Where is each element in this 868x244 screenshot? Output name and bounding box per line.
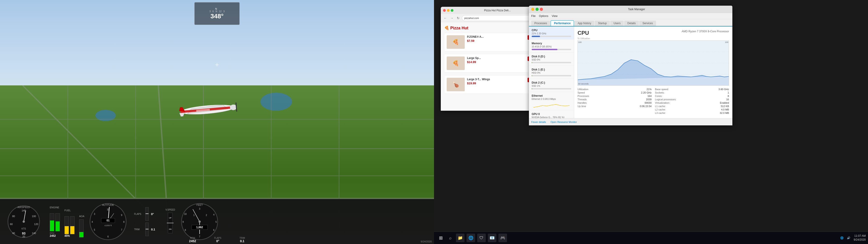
svg-text:4: 4 xyxy=(92,221,93,223)
sidebar-item-disk2[interactable]: Disk 2 (C:) SSD 1% xyxy=(529,79,574,92)
pizza-price-2: $14.99 xyxy=(467,60,525,64)
sidebar-item-ethernet[interactable]: Ethernet Ethernet 2 0.0/8.0 Mbps xyxy=(529,92,574,110)
disk0-sidebar-label: Disk 0 (D:) xyxy=(532,55,571,58)
svg-text:01: 01 xyxy=(107,219,110,222)
sidebar-item-disk0[interactable]: Disk 0 (D:) SSD 0% xyxy=(529,53,574,66)
sidebar-item-cpu[interactable]: CPU 21% 2.20 GHz xyxy=(529,26,574,39)
start-button[interactable]: ⊞ xyxy=(436,233,445,242)
browser-window[interactable]: Pizza Hut Pizza Deli... ← → ↻ pizzahut.c… xyxy=(441,7,542,111)
svg-text:7: 7 xyxy=(121,228,122,231)
open-resource-monitor-link[interactable]: Open Resource Monitor xyxy=(550,121,577,123)
fuel-label: FUEL xyxy=(64,209,74,212)
tm-titlebar: Task Manager xyxy=(529,6,733,13)
task-manager-window[interactable]: Task Manager File Options View Processes… xyxy=(529,6,733,125)
tab-users[interactable]: Users xyxy=(610,21,624,26)
forward-btn[interactable]: → xyxy=(449,16,455,20)
chart-time-label: 60 seconds xyxy=(578,83,589,85)
utilization-label: % Utilization xyxy=(578,37,729,40)
tab-processes[interactable]: Processes xyxy=(531,21,550,26)
pizza-img-1: 🍕 xyxy=(447,35,465,49)
tab-services[interactable]: Services xyxy=(639,21,656,26)
pizza-item-3: 🍗 Large 3-T... Wings $19.99 Add xyxy=(444,75,539,94)
stats-right: Base speed: 3.60 GHz Sockets: 1 Cores: 8 xyxy=(655,88,729,115)
svg-text:UP: UP xyxy=(169,217,172,219)
sim-date: 9/24/2020 xyxy=(421,240,432,243)
tm-close-btn[interactable] xyxy=(540,8,543,11)
browser-title: Pizza Hut Pizza Deli... xyxy=(455,9,540,12)
cpu-sidebar-label: CPU xyxy=(532,29,571,32)
tm-min-btn[interactable] xyxy=(531,8,534,11)
trim-value: 0.1 xyxy=(151,228,159,231)
taskbar-icon-game[interactable]: 🎮 xyxy=(498,234,507,242)
bottom-trim: 0.1 xyxy=(239,239,245,243)
svg-point-29 xyxy=(23,220,25,223)
taskbar-icon-email[interactable]: 📧 xyxy=(488,234,496,242)
tab-app-history[interactable]: App history xyxy=(575,21,594,26)
mem-sidebar-label: Memory xyxy=(532,42,571,45)
vspeed-value: UP DN xyxy=(164,212,176,235)
svg-text:120: 120 xyxy=(34,223,38,225)
bottom-rpm: 2452 xyxy=(189,239,196,243)
vspeed-label: V.SPEED xyxy=(165,209,175,211)
browser-content: 🍕 Pizza Hut 🍕 P.ZONE® A... $7.59 Add 🍕 L… xyxy=(441,22,542,111)
pizza-hut-logo: 🍕 Pizza Hut xyxy=(444,26,539,30)
eth-mini-chart xyxy=(532,101,571,108)
browser-max-btn[interactable] xyxy=(451,9,454,12)
eth-sidebar-sub: Ethernet 2 0.0/8.0 Mbps xyxy=(532,98,571,100)
compass-ticks: N xyxy=(214,7,220,10)
airspeed-label: AIRSPEED xyxy=(18,206,30,209)
stat-logical-procs: Logical processors: 16 xyxy=(655,98,729,101)
svg-marker-69 xyxy=(578,60,729,85)
compass-scale: 36N123 xyxy=(209,10,224,13)
engine-label: ENGINE xyxy=(50,206,60,209)
tab-details[interactable]: Details xyxy=(624,21,639,26)
search-button[interactable]: ⌕ xyxy=(446,234,454,242)
svg-text:10: 10 xyxy=(184,213,187,215)
sidebar-item-disk1[interactable]: Disk 1 (E:) HDD 0% xyxy=(529,66,574,79)
tm-sidebar: CPU 21% 2.20 GHz Memory 10.4/16.0 GB (65… xyxy=(529,26,574,125)
mem-bar-fill xyxy=(532,49,557,50)
fuel-value: 45% xyxy=(64,234,74,238)
tm-menu-options[interactable]: Options xyxy=(539,14,548,18)
fewer-details-link[interactable]: Fewer details xyxy=(531,121,546,123)
disk0-sidebar-sub: SSD 0% xyxy=(532,59,571,61)
tab-startup[interactable]: Startup xyxy=(595,21,610,26)
taskbar-icon-browser[interactable]: 🌐 xyxy=(467,234,475,242)
stat-handles: Handles 69030 xyxy=(578,101,652,104)
bottom-values-strip: RPM 2452 FLAPS 0° TRIM 0.1 xyxy=(189,237,245,243)
svg-point-63 xyxy=(198,220,201,223)
refresh-btn[interactable]: ↻ xyxy=(456,16,461,20)
tm-menu-view[interactable]: View xyxy=(552,14,558,18)
disk2-bar-fill xyxy=(532,88,532,89)
tm-max-btn[interactable] xyxy=(535,8,539,11)
sidebar-item-memory[interactable]: Memory 10.4/16.0 GB (65%) xyxy=(529,39,574,53)
chart-max-label: 100 xyxy=(578,41,582,43)
taskbar-icon-security[interactable]: 🛡 xyxy=(477,234,486,242)
disk2-sidebar-sub: SSD 1% xyxy=(532,85,571,87)
chart-right-max: 100 xyxy=(725,41,728,43)
back-btn[interactable]: ← xyxy=(442,16,448,20)
tm-cpu-header: CPU AMD Ryzen 7 3700X 8-Core Processor xyxy=(578,30,729,36)
browser-min-btn[interactable] xyxy=(447,9,450,12)
feet-gauge: FEET 3 4 5 6 7 8 9 10 1 2 1,862 xyxy=(180,203,219,241)
stat-l2-cache: L2 cache: 4.0 MB xyxy=(655,108,729,111)
cpu-main-title: CPU xyxy=(578,30,589,36)
taskbar-icon-files[interactable]: 📁 xyxy=(456,234,465,242)
svg-text:x1000 ft: x1000 ft xyxy=(104,224,112,226)
pizza-info-2: Large Sp... $14.99 xyxy=(467,57,525,64)
browser-nav-bar: ← → ↻ pizzahut.com xyxy=(441,14,542,22)
airplane xyxy=(172,90,243,130)
tab-performance[interactable]: Performance xyxy=(551,20,574,26)
svg-text:2: 2 xyxy=(206,214,207,216)
stat-cores: Cores: 8 xyxy=(655,95,729,97)
tm-main-content: CPU AMD Ryzen 7 3700X 8-Core Processor %… xyxy=(574,26,733,125)
tm-stats-grid: Utilization 21% Speed 2.20 GHz Processes… xyxy=(578,88,729,115)
browser-close-btn[interactable] xyxy=(443,9,446,12)
tm-menu-file[interactable]: File xyxy=(531,14,535,18)
svg-text:9: 9 xyxy=(182,221,184,223)
pizza-price-1: $7.59 xyxy=(467,39,525,42)
stat-utilization: Utilization 21% xyxy=(578,88,652,91)
svg-line-18 xyxy=(236,102,237,112)
stat-l3-cache: L3 cache: 32.0 MB xyxy=(655,112,729,114)
disk2-sidebar-label: Disk 2 (C:) xyxy=(532,81,571,84)
